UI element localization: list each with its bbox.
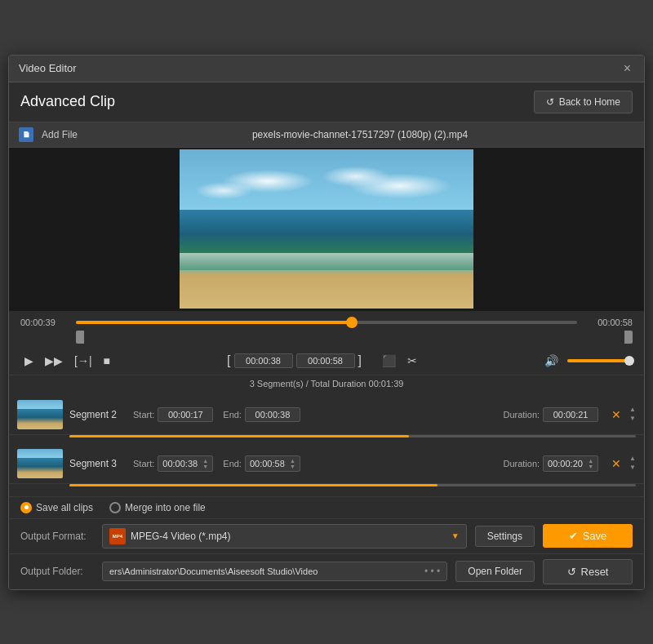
open-folder-button[interactable]: Open Folder [455, 561, 535, 582]
fast-forward-button[interactable]: ▶▶ [41, 352, 67, 370]
save-button[interactable]: ✔ Save [543, 524, 633, 548]
file-bar: 📄 Add File pexels-movie-channet-17517297… [9, 122, 644, 148]
end-spin-up[interactable]: ▲ [290, 458, 295, 464]
folder-label: Output Folder: [20, 566, 94, 577]
segments-list: Segment 2 Start: 00:00:17 End: 00:00:38 … [9, 392, 644, 496]
back-to-home-button[interactable]: ↺ Back to Home [534, 91, 633, 113]
video-editor-window: Video Editor × Advanced Clip ↺ Back to H… [8, 55, 645, 590]
segment-end-group-2: End: 00:00:38 [223, 407, 300, 422]
volume-track[interactable] [567, 359, 633, 362]
segment-start-val-2[interactable]: 00:00:17 [158, 407, 213, 422]
timeline-thumb[interactable] [346, 317, 358, 328]
duration-spin-arrows: ▲ ▼ [588, 458, 593, 469]
volume-thumb[interactable] [624, 356, 634, 366]
reset-button[interactable]: ↺ Reset [543, 559, 633, 584]
play-button[interactable]: ▶ [20, 352, 38, 370]
segment-move-down-button-2[interactable]: ▼ [629, 415, 636, 423]
timeline-end-label: 00:00:58 [584, 318, 633, 327]
controls-bar: ▶ ▶▶ [→| ■ [ ] ⬛ ✂ 🔊 [9, 347, 644, 375]
clouds-layer [180, 158, 473, 206]
segment-close-button-3[interactable]: ✕ [611, 457, 621, 470]
window-title: Video Editor [19, 62, 77, 74]
format-label: Output Format: [20, 531, 94, 542]
end-spin-down[interactable]: ▼ [290, 464, 295, 469]
segment-thumbnail-2 [17, 400, 63, 429]
save-options: Save all clips Merge into one file [9, 496, 644, 518]
end-time-input[interactable] [296, 353, 355, 368]
video-thumbnail [180, 149, 473, 309]
segment-close-button-2[interactable]: ✕ [611, 408, 621, 421]
video-preview-area [9, 148, 644, 311]
settings-button[interactable]: Settings [475, 526, 535, 547]
segment-move-down-button-3[interactable]: ▼ [629, 464, 636, 472]
segment-move-up-button-3[interactable]: ▲ [629, 455, 636, 463]
volume-fill [567, 359, 626, 362]
duration-spin-down[interactable]: ▼ [588, 464, 593, 469]
timeline-row: 00:00:39 00:00:58 [20, 318, 633, 327]
merge-option[interactable]: Merge into one file [109, 502, 206, 513]
segments-info: 3 Segment(s) / Total Duration 00:01:39 [9, 375, 644, 392]
duration-spin-up[interactable]: ▲ [588, 458, 593, 464]
file-type-icon: 📄 [19, 127, 33, 142]
page-title: Advanced Clip [20, 93, 115, 110]
output-format-row: Output Format: MP4 MPEG-4 Video (*.mp4) … [9, 518, 644, 553]
save-all-clips-option[interactable]: Save all clips [20, 502, 93, 513]
step-forward-button[interactable]: [→| [70, 352, 96, 370]
close-button[interactable]: × [620, 60, 634, 77]
add-file-button[interactable]: Add File [42, 129, 78, 140]
segment-progress-fill-2 [69, 435, 409, 437]
segment-item-3: Segment 3 Start: 00:00:38 ▲ ▼ En [9, 444, 644, 484]
segment-end-group-3: End: 00:00:58 ▲ ▼ [223, 455, 300, 472]
folder-path-text: ers\Administrator\Documents\Aiseesoft St… [109, 566, 318, 576]
segment-label-3: Segment 3 [69, 458, 127, 469]
save-all-clips-label: Save all clips [36, 502, 93, 513]
segment-item-2: Segment 2 Start: 00:00:17 End: 00:00:38 … [9, 395, 644, 435]
action-buttons-2: ↺ Reset [543, 559, 633, 584]
segment-start-group-2: Start: 00:00:17 [133, 407, 213, 422]
bracket-right: ] [358, 353, 362, 368]
segment-progress-track-2[interactable] [69, 435, 636, 437]
segment-move-up-button-2[interactable]: ▲ [629, 406, 636, 414]
start-spin-arrows: ▲ ▼ [202, 458, 208, 469]
output-folder-row: Output Folder: ers\Administrator\Documen… [9, 553, 644, 589]
segment-duration-group-3: Duration: 00:00:20 ▲ ▼ [503, 455, 598, 472]
format-value: MPEG-4 Video (*.mp4) [131, 531, 446, 542]
action-buttons: ✔ Save [543, 524, 633, 548]
segment-duration-group-2: Duration: 00:00:21 [503, 407, 598, 422]
timeline-progress [76, 321, 352, 324]
segment-start-group-3: Start: 00:00:38 ▲ ▼ [133, 455, 213, 472]
folder-browse-button[interactable]: • • • [424, 566, 440, 577]
segment-progress-row-2 [9, 435, 644, 444]
cut-scissors-button[interactable]: ✂ [403, 352, 421, 370]
sand-layer [180, 273, 473, 309]
save-all-clips-radio[interactable] [20, 502, 32, 513]
stop-button[interactable]: ■ [100, 352, 114, 370]
segment-start-val-3[interactable]: 00:00:38 ▲ ▼ [158, 455, 213, 472]
timeline-start-label: 00:00:39 [20, 318, 69, 327]
folder-input[interactable]: ers\Administrator\Documents\Aiseesoft St… [102, 562, 447, 581]
cut-buttons: ⬛ ✂ [378, 352, 421, 370]
trim-handle-right[interactable] [624, 331, 633, 344]
format-select[interactable]: MP4 MPEG-4 Video (*.mp4) ▼ [102, 524, 467, 549]
segment-order-buttons-2: ▲ ▼ [629, 406, 636, 422]
segment-end-val-3[interactable]: 00:00:58 ▲ ▼ [245, 455, 300, 472]
start-spin-down[interactable]: ▼ [202, 464, 208, 469]
merge-radio[interactable] [109, 502, 121, 513]
timeline-track[interactable] [76, 321, 577, 324]
cut-button[interactable]: ⬛ [378, 352, 400, 370]
start-time-input[interactable] [234, 353, 293, 368]
trim-handle-left[interactable] [76, 331, 84, 344]
refresh-icon: ↺ [546, 96, 554, 108]
merge-label: Merge into one file [125, 502, 206, 513]
start-spin-up[interactable]: ▲ [202, 458, 208, 464]
volume-icon-button[interactable]: 🔊 [540, 352, 562, 370]
mpeg-icon: MP4 [109, 528, 126, 544]
segment-times-2: Start: 00:00:17 End: 00:00:38 Duration: … [133, 407, 598, 422]
file-name-label: pexels-movie-channet-17517297 (1080p) (2… [86, 129, 634, 140]
segment-duration-val-3[interactable]: 00:00:20 ▲ ▼ [543, 455, 598, 472]
segment-progress-track-3[interactable] [69, 484, 636, 486]
segment-times-3: Start: 00:00:38 ▲ ▼ End: 00:00:58 [133, 455, 598, 472]
trim-handles-row [20, 331, 633, 344]
segment-progress-row-3 [9, 484, 644, 493]
segment-end-val-2[interactable]: 00:00:38 [245, 407, 300, 422]
